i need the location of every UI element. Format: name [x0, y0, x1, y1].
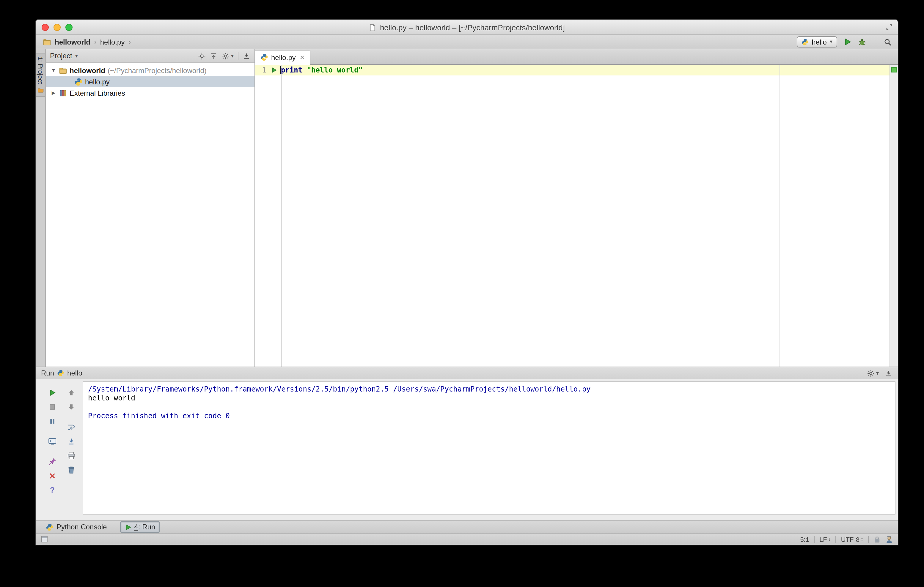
locate-file-icon[interactable]	[198, 52, 206, 60]
error-stripe[interactable]	[889, 65, 898, 367]
tree-row-external-libraries[interactable]: ▶ External Libraries	[46, 87, 254, 99]
tab-label: hello.py	[271, 53, 296, 61]
hide-panel-icon[interactable]	[243, 52, 250, 60]
run-toolwindow-button[interactable]: 4: Run	[120, 521, 160, 533]
down-stack-trace-button[interactable]	[64, 400, 79, 413]
collapsed-arrow-icon[interactable]: ▶	[51, 90, 56, 95]
run-toolbar-primary: ?	[43, 381, 62, 515]
inspections-hector-icon[interactable]	[885, 535, 893, 543]
updown-icon: ↕	[861, 536, 863, 542]
tree-row-project-root[interactable]: ▼ helloworld (~/PycharmProjects/hellowor…	[46, 65, 254, 76]
print-button[interactable]	[64, 449, 79, 462]
title-bar[interactable]: hello.py – helloworld – [~/PycharmProjec…	[36, 20, 898, 35]
chevron-down-icon: ▾	[75, 53, 78, 59]
desktop-background: hello.py – helloworld – [~/PycharmProjec…	[0, 0, 924, 587]
project-panel: Project ▾ ▾ ▼ helloworld	[46, 49, 255, 367]
up-stack-trace-button[interactable]	[64, 386, 79, 399]
lock-icon[interactable]	[873, 536, 881, 543]
run-line-icon[interactable]	[268, 67, 280, 73]
console-icon	[48, 437, 56, 445]
run-icon	[49, 389, 56, 396]
scroll-to-end-button[interactable]	[64, 435, 79, 447]
caret-position[interactable]: 5:1	[800, 536, 809, 543]
chevron-right-icon: ›	[128, 38, 131, 46]
folder-icon	[43, 38, 51, 46]
project-view-select[interactable]: Project ▾	[50, 52, 78, 60]
clear-all-button[interactable]	[64, 464, 79, 476]
line-separator-select[interactable]: LF ↕	[819, 536, 831, 543]
soft-wrap-button[interactable]	[64, 421, 79, 433]
console-output[interactable]: /System/Library/Frameworks/Python.framew…	[82, 381, 896, 515]
tab-hello-py[interactable]: hello.py ×	[255, 50, 310, 65]
project-tree: ▼ helloworld (~/PycharmProjects/hellowor…	[46, 63, 254, 367]
settings-gear-icon[interactable]: ▾	[867, 369, 879, 377]
run-toolbar-secondary	[62, 381, 81, 515]
pause-output-button[interactable]	[45, 415, 59, 427]
project-toolwindow-icon	[37, 87, 44, 94]
line-number: 1	[255, 66, 268, 74]
settings-gear-icon[interactable]: ▾	[222, 52, 234, 60]
breadcrumb-project[interactable]: helloworld	[55, 38, 91, 46]
code-keyword: print	[281, 66, 302, 74]
divider	[814, 536, 815, 543]
toolwindow-bar: Python Console 4: Run	[36, 520, 898, 533]
show-console-button[interactable]	[45, 435, 59, 447]
pycharm-window: hello.py – helloworld – [~/PycharmProjec…	[36, 20, 898, 545]
breadcrumb-file[interactable]: hello.py	[100, 38, 125, 46]
document-icon	[369, 23, 376, 31]
pause-icon	[49, 418, 56, 424]
run-config-select[interactable]: hello ▾	[797, 36, 837, 48]
run-button[interactable]	[844, 38, 851, 46]
run-icon	[844, 38, 851, 46]
chevron-down-icon: ▾	[830, 39, 832, 44]
close-icon[interactable]: ×	[300, 53, 304, 61]
run-panel-title: Run	[41, 369, 54, 377]
console-line	[88, 403, 890, 412]
project-view-label: Project	[50, 52, 72, 60]
run-tool-window: Run hello ▾ ?	[36, 367, 898, 520]
help-icon: ?	[50, 485, 55, 494]
expanded-arrow-icon[interactable]: ▼	[51, 68, 56, 73]
chevron-down-icon: ▾	[231, 53, 234, 59]
run-toolwindow-suffix: : Run	[138, 523, 155, 531]
search-everywhere-button[interactable]	[884, 38, 892, 46]
arrow-down-icon	[68, 403, 75, 410]
hide-panel-icon[interactable]	[885, 369, 893, 377]
python-file-icon	[74, 77, 82, 86]
collapse-all-icon[interactable]	[210, 52, 218, 60]
close-tab-button[interactable]	[45, 469, 59, 482]
toolwindow-switcher-icon[interactable]	[40, 535, 48, 543]
arrow-up-icon	[68, 389, 75, 396]
navigation-bar: helloworld › hello.py › hello ▾	[36, 35, 898, 49]
run-config-name: hello	[67, 369, 82, 377]
tree-file-label: hello.py	[85, 77, 110, 86]
debug-button[interactable]	[858, 38, 866, 46]
python-console-label: Python Console	[56, 523, 107, 531]
run-controls: hello ▾	[797, 36, 892, 48]
run-icon	[125, 524, 131, 530]
tree-row-hello-py[interactable]: hello.py	[46, 76, 254, 87]
project-panel-header: Project ▾ ▾	[46, 49, 254, 63]
window-title-area: hello.py – helloworld – [~/PycharmProjec…	[36, 20, 898, 35]
code-line-1: 1 print "hello world"	[255, 65, 889, 76]
code-editor[interactable]: 1 print "hello world"	[255, 65, 889, 367]
updown-icon: ↕	[828, 536, 831, 542]
status-bar: 5:1 LF ↕ UTF-8 ↕	[36, 533, 898, 545]
help-button[interactable]: ?	[45, 483, 59, 496]
folder-icon	[59, 66, 67, 74]
pin-tab-button[interactable]	[45, 455, 59, 468]
statusbar-widgets: 5:1 LF ↕ UTF-8 ↕	[800, 535, 893, 543]
python-console-toolwindow-button[interactable]: Python Console	[41, 521, 112, 533]
run-toolwindow-number: 4	[134, 523, 138, 531]
project-root-label: helloworld	[69, 66, 105, 74]
stop-button[interactable]	[45, 400, 59, 413]
run-panel-content: ? /System/Library/Frameworks/Python.fram…	[36, 379, 898, 520]
external-libraries-label: External Libraries	[69, 89, 125, 97]
trash-icon	[67, 465, 76, 474]
rerun-button[interactable]	[45, 386, 59, 399]
right-margin-line	[779, 65, 780, 367]
encoding-select[interactable]: UTF-8 ↕	[841, 536, 863, 543]
divider	[836, 536, 836, 543]
fullscreen-icon[interactable]	[885, 23, 893, 31]
project-toolwindow-button[interactable]: 1: Project	[36, 53, 45, 97]
